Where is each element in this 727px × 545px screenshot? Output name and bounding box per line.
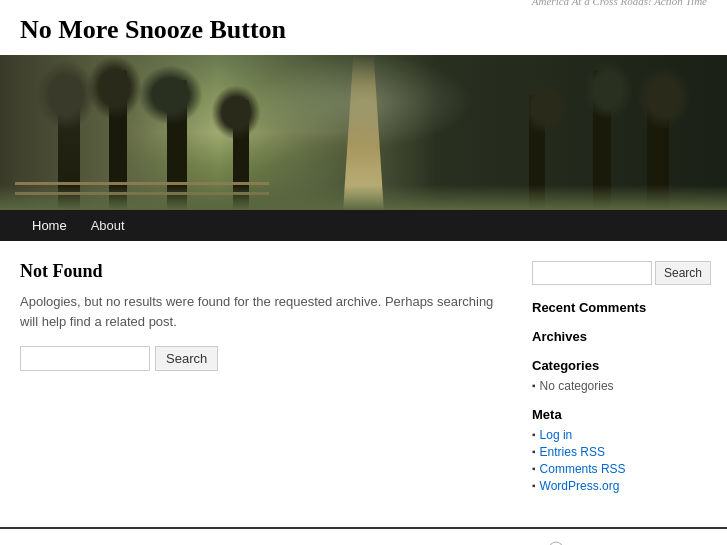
sidebar-search-input[interactable] (532, 261, 652, 285)
main-content: Not Found Apologies, but no results were… (20, 261, 512, 507)
sidebar-category-label: No categories (540, 379, 614, 393)
sidebar-categories-title: Categories (532, 358, 707, 373)
footer: No More Snooze Button W Proudly powered … (0, 527, 727, 545)
nav-link-home[interactable]: Home (20, 210, 79, 241)
hero-image (0, 55, 727, 210)
nav-item-home[interactable]: Home (20, 210, 79, 241)
sidebar-meta-comments-rss-link[interactable]: Comments RSS (540, 462, 626, 476)
sidebar-meta-entries-rss[interactable]: Entries RSS (532, 445, 707, 459)
nav-link-about[interactable]: About (79, 210, 137, 241)
sidebar-meta: Meta Log in Entries RSS Comments RSS Wor… (532, 407, 707, 493)
wordpress-icon: W (548, 541, 564, 545)
sidebar-meta-wordpress[interactable]: WordPress.org (532, 479, 707, 493)
sidebar-archives-title: Archives (532, 329, 707, 344)
footer-site-title: No More Snooze Button (20, 541, 153, 545)
sidebar-recent-comments-title: Recent Comments (532, 300, 707, 315)
tagline: America At a Cross Roads! Action Time (532, 0, 707, 7)
sidebar-recent-comments: Recent Comments (532, 300, 707, 315)
main-search-form: Search (20, 346, 512, 371)
sidebar-meta-comments-rss[interactable]: Comments RSS (532, 462, 707, 476)
content-wrapper: Not Found Apologies, but no results were… (0, 241, 727, 527)
nav: Home About (0, 210, 727, 241)
header: America At a Cross Roads! Action Time No… (0, 0, 727, 55)
nav-item-about[interactable]: About (79, 210, 137, 241)
sidebar-archives: Archives (532, 329, 707, 344)
sidebar-search-button[interactable]: Search (655, 261, 711, 285)
not-found-text: Apologies, but no results were found for… (20, 292, 512, 331)
sidebar-search-form: Search (532, 261, 707, 285)
sidebar-category-item: No categories (532, 379, 707, 393)
sidebar-categories: Categories No categories (532, 358, 707, 393)
site-title: No More Snooze Button (20, 15, 707, 45)
main-search-input[interactable] (20, 346, 150, 371)
sidebar-meta-entries-rss-link[interactable]: Entries RSS (540, 445, 605, 459)
main-search-button[interactable]: Search (155, 346, 218, 371)
not-found-title: Not Found (20, 261, 512, 282)
sidebar-meta-wordpress-link[interactable]: WordPress.org (540, 479, 620, 493)
sidebar-meta-title: Meta (532, 407, 707, 422)
sidebar-meta-login[interactable]: Log in (532, 428, 707, 442)
sidebar: Search Recent Comments Archives Categori… (532, 261, 707, 507)
sidebar-meta-login-link[interactable]: Log in (540, 428, 573, 442)
footer-right: W Proudly powered by WordPress (548, 541, 707, 545)
